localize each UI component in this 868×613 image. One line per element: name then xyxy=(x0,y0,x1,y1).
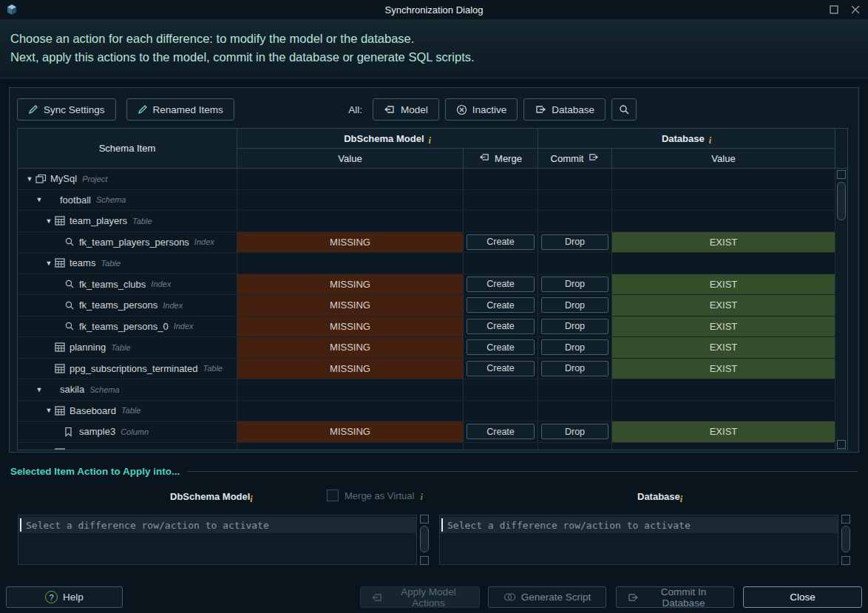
expand-arrow-icon[interactable]: ▼ xyxy=(43,407,55,414)
model-action-textarea[interactable]: Select a difference row/action to activa… xyxy=(18,515,417,565)
schema-item-cell[interactable]: planningTable xyxy=(18,337,237,358)
col-header-db-value[interactable]: Value xyxy=(612,149,835,169)
scroll-down-button[interactable] xyxy=(837,440,846,449)
col-header-model-value[interactable]: Value xyxy=(237,149,464,169)
close-icon[interactable] xyxy=(850,4,861,15)
info-icon[interactable]: i xyxy=(420,492,422,503)
drop-button[interactable]: Drop xyxy=(541,319,608,334)
schema-item-cell[interactable]: ▼sakilaSchema xyxy=(18,379,237,400)
scroll-up-button[interactable] xyxy=(420,515,429,524)
table-row[interactable]: ppg_subscriptions_terminatedTableMISSING… xyxy=(18,359,848,380)
db-value-cell[interactable]: EXIST xyxy=(612,337,835,358)
create-button[interactable]: Create xyxy=(467,319,535,334)
expand-arrow-icon[interactable]: ▼ xyxy=(43,449,55,450)
maximize-icon[interactable] xyxy=(828,4,839,15)
table-row[interactable]: ▼footballSchema xyxy=(18,190,848,211)
model-value-cell[interactable]: MISSING xyxy=(237,359,464,379)
col-header-commit[interactable]: Commit xyxy=(538,149,612,169)
create-button[interactable]: Create xyxy=(467,361,535,376)
schema-item-cell[interactable]: fk_teams_clubsIndex xyxy=(18,274,237,295)
scrollbar-thumb[interactable] xyxy=(837,182,846,220)
schema-item-cell[interactable]: ▼teamsTable xyxy=(18,253,237,274)
scroll-up-button[interactable] xyxy=(841,515,850,524)
table-row[interactable]: ▼BaseboardTable xyxy=(18,401,848,422)
create-button[interactable]: Create xyxy=(467,297,535,313)
expand-arrow-icon[interactable]: ▼ xyxy=(43,260,55,267)
renamed-items-button[interactable]: Renamed Items xyxy=(126,98,234,121)
db-value-cell[interactable]: EXIST xyxy=(612,421,835,442)
generate-script-button[interactable]: Generate Script xyxy=(488,586,606,608)
table-row[interactable]: planningTableMISSINGCreateDropEXIST xyxy=(18,337,848,359)
create-button[interactable]: Create xyxy=(467,424,535,439)
scroll-down-button[interactable] xyxy=(841,556,850,565)
schema-item-cell[interactable]: fk_teams_persons_0Index xyxy=(18,316,237,337)
help-button[interactable]: ? Help xyxy=(6,586,123,608)
table-row[interactable]: fk_teams_personsIndexMISSINGCreateDropEX… xyxy=(18,295,848,316)
create-button[interactable]: Create xyxy=(467,277,535,292)
db-value-cell[interactable]: EXIST xyxy=(612,295,835,316)
schema-item-cell[interactable]: fk_team_players_personsIndex xyxy=(18,232,237,253)
col-header-model-group[interactable]: DbSchema Modeli xyxy=(237,129,538,149)
apply-model-actions-button[interactable]: Apply Model Actions xyxy=(360,586,480,608)
db-value-cell[interactable]: EXIST xyxy=(612,232,835,253)
schema-item-cell[interactable]: ▼actorTable xyxy=(18,443,237,451)
all-model-button[interactable]: Model xyxy=(373,98,439,121)
drop-button[interactable]: Drop xyxy=(541,297,608,313)
create-button[interactable]: Create xyxy=(467,339,535,355)
schema-item-cell[interactable]: ▼footballSchema xyxy=(18,190,237,211)
drop-button[interactable]: Drop xyxy=(541,424,608,439)
info-icon[interactable]: i xyxy=(250,494,252,504)
table-row[interactable]: ▼actorTable xyxy=(18,443,848,451)
schema-item-cell[interactable]: ppg_subscriptions_terminatedTable xyxy=(18,359,237,379)
all-database-button[interactable]: Database xyxy=(523,98,606,121)
model-value-cell[interactable]: MISSING xyxy=(237,232,464,253)
table-row[interactable]: fk_teams_clubsIndexMISSINGCreateDropEXIS… xyxy=(18,274,848,296)
db-value-cell[interactable]: EXIST xyxy=(612,316,835,337)
scrollbar-thumb[interactable] xyxy=(420,526,429,552)
model-value-cell[interactable]: MISSING xyxy=(237,295,464,316)
info-icon[interactable]: i xyxy=(680,494,682,504)
info-icon[interactable]: i xyxy=(429,135,431,146)
close-button[interactable]: Close xyxy=(743,586,862,608)
col-header-merge[interactable]: Merge xyxy=(464,149,538,169)
scroll-up-button[interactable] xyxy=(837,170,846,179)
col-header-schema-item[interactable]: Schema Item xyxy=(18,129,237,169)
expand-arrow-icon[interactable]: ▼ xyxy=(33,386,45,393)
table-scrollbar[interactable] xyxy=(835,169,847,450)
checkbox-icon[interactable] xyxy=(327,490,339,501)
search-button[interactable] xyxy=(611,98,637,121)
drop-button[interactable]: Drop xyxy=(541,277,608,292)
commit-in-database-button[interactable]: Commit In Database xyxy=(616,586,734,608)
merge-as-virtual-checkbox[interactable]: Merge as Virtual i xyxy=(327,490,423,501)
model-value-cell[interactable]: MISSING xyxy=(237,337,464,358)
db-value-cell[interactable]: EXIST xyxy=(612,274,835,295)
table-row[interactable]: ▼sakilaSchema xyxy=(18,379,848,401)
schema-item-cell[interactable]: sample3Column xyxy=(18,421,237,442)
schema-item-cell[interactable]: ▼team_playersTable xyxy=(18,211,237,231)
scroll-down-button[interactable] xyxy=(420,556,429,565)
table-row[interactable]: fk_teams_persons_0IndexMISSINGCreateDrop… xyxy=(18,316,848,338)
scrollbar-thumb[interactable] xyxy=(841,526,850,552)
table-row[interactable]: ▼teamsTable xyxy=(18,253,848,274)
col-header-db-group[interactable]: Databasei xyxy=(538,129,835,149)
expand-arrow-icon[interactable]: ▼ xyxy=(33,196,45,203)
table-row[interactable]: ▼MySqlProject xyxy=(18,169,848,190)
all-inactive-button[interactable]: Inactive xyxy=(445,98,518,121)
model-value-cell[interactable]: MISSING xyxy=(237,421,464,442)
db-action-textarea[interactable]: Select a difference row/action to activa… xyxy=(439,515,838,565)
model-value-cell[interactable]: MISSING xyxy=(237,274,464,295)
drop-button[interactable]: Drop xyxy=(541,361,608,376)
table-row[interactable]: sample3ColumnMISSINGCreateDropEXIST xyxy=(18,421,848,443)
table-row[interactable]: fk_team_players_personsIndexMISSINGCreat… xyxy=(18,232,848,254)
expand-arrow-icon[interactable]: ▼ xyxy=(24,175,35,183)
schema-item-cell[interactable]: fk_teams_personsIndex xyxy=(18,295,237,316)
create-button[interactable]: Create xyxy=(467,234,535,250)
model-value-cell[interactable]: MISSING xyxy=(237,316,464,337)
table-row[interactable]: ▼team_playersTable xyxy=(18,211,848,232)
schema-item-cell[interactable]: ▼BaseboardTable xyxy=(18,401,237,421)
drop-button[interactable]: Drop xyxy=(541,339,608,355)
model-textarea-scrollbar[interactable] xyxy=(418,515,430,565)
sync-settings-button[interactable]: Sync Settings xyxy=(17,98,116,121)
expand-arrow-icon[interactable]: ▼ xyxy=(43,217,55,225)
info-icon[interactable]: i xyxy=(709,135,711,146)
